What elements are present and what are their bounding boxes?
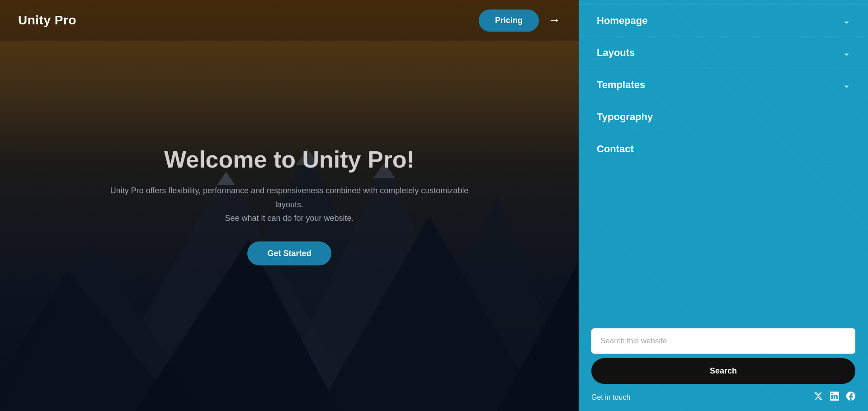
sidebar-nav: Homepage ⌄ Layouts ⌄ Templates ⌄ Typogra… bbox=[579, 5, 868, 165]
pricing-button[interactable]: Pricing bbox=[479, 9, 539, 32]
sidebar-item-contact-label: Contact bbox=[597, 143, 634, 155]
header: Unity Pro Pricing → bbox=[0, 0, 579, 41]
hero-subtitle: Unity Pro offers flexibility, performanc… bbox=[108, 184, 470, 225]
sidebar-item-contact[interactable]: Contact bbox=[579, 133, 868, 165]
facebook-icon[interactable] bbox=[846, 392, 855, 403]
sidebar-item-templates[interactable]: Templates ⌄ bbox=[579, 69, 868, 101]
sidebar-item-layouts[interactable]: Layouts ⌄ bbox=[579, 37, 868, 69]
sidebar-item-templates-label: Templates bbox=[597, 79, 645, 91]
sidebar-item-homepage-label: Homepage bbox=[597, 15, 647, 27]
hero-section: Welcome to Unity Pro! Unity Pro offers f… bbox=[108, 146, 470, 266]
chevron-down-icon: ⌄ bbox=[843, 48, 850, 58]
sidebar: Homepage ⌄ Layouts ⌄ Templates ⌄ Typogra… bbox=[579, 0, 868, 411]
sidebar-footer: Get in touch bbox=[591, 392, 855, 403]
search-button[interactable]: Search bbox=[591, 358, 855, 384]
sidebar-item-typography-label: Typography bbox=[597, 111, 653, 123]
hero-title: Welcome to Unity Pro! bbox=[108, 146, 470, 173]
chevron-down-icon: ⌄ bbox=[843, 16, 850, 26]
main-content: Unity Pro Pricing → Welcome to Unity Pro… bbox=[0, 0, 579, 411]
get-started-button[interactable]: Get Started bbox=[247, 241, 331, 265]
sidebar-search-section: Search bbox=[579, 328, 868, 384]
get-in-touch-label: Get in touch bbox=[591, 393, 630, 402]
arrow-button[interactable]: → bbox=[548, 13, 561, 28]
twitter-icon[interactable] bbox=[814, 392, 823, 403]
hero-subtitle-line1: Unity Pro offers flexibility, performanc… bbox=[110, 186, 469, 209]
search-input[interactable] bbox=[591, 328, 855, 354]
sidebar-item-homepage[interactable]: Homepage ⌄ bbox=[579, 5, 868, 37]
chevron-down-icon: ⌄ bbox=[843, 80, 850, 90]
hero-subtitle-line2: See what it can do for your website. bbox=[225, 214, 354, 223]
social-links bbox=[814, 392, 855, 403]
linkedin-icon[interactable] bbox=[830, 392, 839, 403]
header-actions: Pricing → bbox=[479, 9, 561, 32]
sidebar-item-layouts-label: Layouts bbox=[597, 47, 635, 59]
site-title: Unity Pro bbox=[18, 13, 76, 28]
sidebar-item-typography[interactable]: Typography bbox=[579, 101, 868, 133]
